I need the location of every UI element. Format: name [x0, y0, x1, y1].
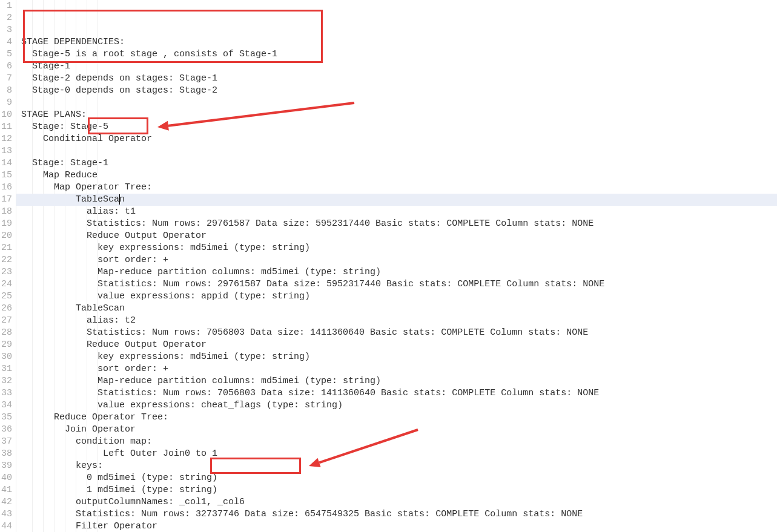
line-number: 4	[1, 36, 12, 48]
line-number: 41	[1, 484, 12, 496]
code-area[interactable]: STAGE DEPENDENCIES: Stage-5 is a root st…	[16, 0, 777, 532]
code-line[interactable]: Statistics: Num rows: 29761587 Data size…	[16, 278, 777, 291]
code-line[interactable]: Statistics: Num rows: 7056803 Data size:…	[16, 387, 777, 399]
code-line[interactable]: Filter Operator	[16, 521, 777, 532]
line-number: 5	[1, 48, 12, 61]
text-caret	[119, 194, 120, 205]
line-number: 31	[1, 363, 12, 375]
line-number: 2	[1, 12, 12, 24]
line-number: 13	[1, 145, 12, 157]
code-line[interactable]: Stage-0 depends on stages: Stage-2	[16, 85, 777, 97]
line-number: 20	[1, 230, 12, 242]
code-line[interactable]: Reduce Operator Tree:	[16, 412, 777, 424]
code-line[interactable]: TableScan	[16, 303, 777, 315]
code-line[interactable]: STAGE DEPENDENCIES:	[16, 36, 777, 48]
code-line[interactable]	[16, 97, 777, 109]
line-number: 21	[1, 242, 12, 254]
code-line[interactable]	[16, 145, 777, 157]
line-number: 6	[1, 61, 12, 73]
code-line[interactable]: Stage: Stage-5	[16, 121, 777, 133]
line-number: 15	[1, 169, 12, 182]
code-line[interactable]: Stage-1	[16, 61, 777, 73]
code-line[interactable]: key expressions: md5imei (type: string)	[16, 351, 777, 363]
code-line[interactable]: Conditional Operator	[16, 133, 777, 145]
line-number: 29	[1, 339, 12, 351]
code-line[interactable]: Map-reduce partition columns: md5imei (t…	[16, 375, 777, 387]
code-line[interactable]: key expressions: md5imei (type: string)	[16, 242, 777, 254]
line-number: 32	[1, 375, 12, 387]
code-line[interactable]: Statistics: Num rows: 7056803 Data size:…	[16, 327, 777, 339]
line-number: 16	[1, 182, 12, 194]
line-number: 26	[1, 303, 12, 315]
code-line[interactable]: Left Outer Join0 to 1	[16, 448, 777, 460]
code-line[interactable]: TableScan	[16, 194, 777, 206]
line-number: 11	[1, 121, 12, 133]
line-number: 1	[1, 0, 12, 12]
line-number: 17	[1, 194, 12, 206]
code-line[interactable]: Stage: Stage-1	[16, 157, 777, 169]
line-number: 36	[1, 424, 12, 436]
code-line[interactable]: Map Operator Tree:	[16, 182, 777, 194]
code-line[interactable]: outputColumnNames: _col1, _col6	[16, 496, 777, 508]
code-line[interactable]: Stage-2 depends on stages: Stage-1	[16, 73, 777, 85]
line-number: 42	[1, 496, 12, 508]
line-number: 30	[1, 351, 12, 363]
code-line[interactable]: condition map:	[16, 436, 777, 448]
code-line[interactable]: Stage-5 is a root stage , consists of St…	[16, 48, 777, 61]
line-number: 7	[1, 73, 12, 85]
code-line[interactable]: 1 md5imei (type: string)	[16, 484, 777, 496]
line-number: 8	[1, 85, 12, 97]
line-number: 14	[1, 157, 12, 169]
code-line[interactable]: 0 md5imei (type: string)	[16, 472, 777, 484]
line-number: 33	[1, 387, 12, 399]
line-number: 27	[1, 315, 12, 327]
line-number: 44	[1, 521, 12, 532]
code-line[interactable]: Reduce Output Operator	[16, 230, 777, 242]
code-line[interactable]: Reduce Output Operator	[16, 339, 777, 351]
code-line[interactable]: Join Operator	[16, 424, 777, 436]
line-number: 28	[1, 327, 12, 339]
line-number: 40	[1, 472, 12, 484]
line-number: 35	[1, 412, 12, 424]
line-number: 43	[1, 508, 12, 521]
code-line[interactable]: value expressions: cheat_flags (type: st…	[16, 399, 777, 412]
code-line[interactable]: Map-reduce partition columns: md5imei (t…	[16, 266, 777, 278]
code-line[interactable]: value expressions: appid (type: string)	[16, 291, 777, 303]
code-line[interactable]: Statistics: Num rows: 29761587 Data size…	[16, 218, 777, 230]
code-line[interactable]: keys:	[16, 460, 777, 472]
code-line[interactable]: alias: t1	[16, 206, 777, 218]
line-number: 39	[1, 460, 12, 472]
line-number: 9	[1, 97, 12, 109]
line-number-gutter: 1234567891011121314151617181920212223242…	[0, 0, 16, 532]
code-line[interactable]: sort order: +	[16, 363, 777, 375]
code-line[interactable]: alias: t2	[16, 315, 777, 327]
code-line[interactable]: Map Reduce	[16, 169, 777, 182]
code-line[interactable]: STAGE PLANS:	[16, 109, 777, 121]
line-number: 38	[1, 448, 12, 460]
line-number: 23	[1, 266, 12, 278]
code-editor: 1234567891011121314151617181920212223242…	[0, 0, 777, 532]
code-line[interactable]: sort order: +	[16, 254, 777, 266]
code-line[interactable]: Statistics: Num rows: 32737746 Data size…	[16, 508, 777, 521]
line-number: 37	[1, 436, 12, 448]
line-number: 22	[1, 254, 12, 266]
line-number: 19	[1, 218, 12, 230]
line-number: 24	[1, 278, 12, 291]
line-number: 18	[1, 206, 12, 218]
line-number: 34	[1, 399, 12, 412]
line-number: 3	[1, 24, 12, 36]
line-number: 12	[1, 133, 12, 145]
line-number: 25	[1, 291, 12, 303]
line-number: 10	[1, 109, 12, 121]
